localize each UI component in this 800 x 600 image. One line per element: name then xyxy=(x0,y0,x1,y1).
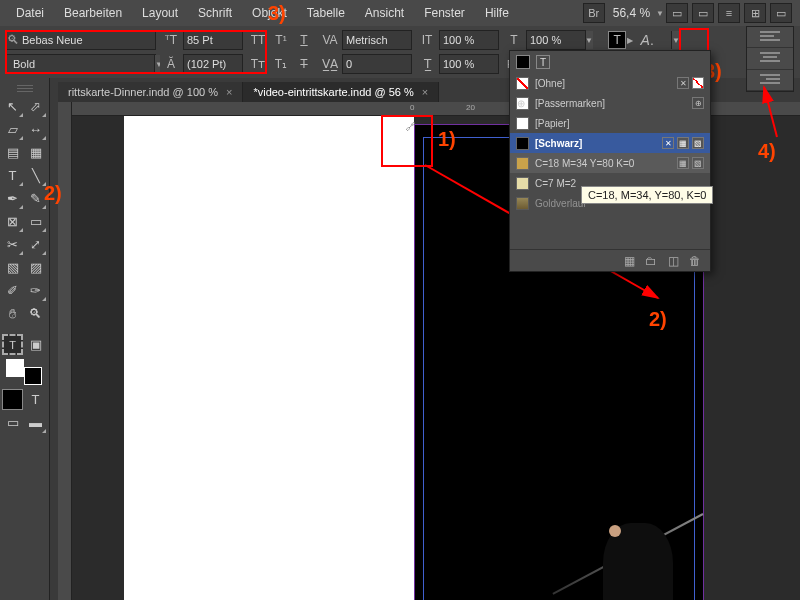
page-tool[interactable]: ▱ xyxy=(2,119,23,140)
new-swatch-icon[interactable]: ▦ xyxy=(622,254,636,268)
swatch-chip xyxy=(516,117,529,130)
registration-icon: ⊕ xyxy=(516,97,529,110)
tooltip: C=18, M=34, Y=80, K=0 xyxy=(581,186,713,204)
rect-frame-tool[interactable]: ⊠ xyxy=(2,211,23,232)
formatting-container-tool[interactable]: ▣ xyxy=(25,334,46,355)
swatch-chip xyxy=(516,157,529,170)
rect-tool[interactable]: ▭ xyxy=(25,211,46,232)
swatch-none[interactable]: [Ohne]✕ xyxy=(510,73,710,93)
char-panel-icon[interactable]: A. xyxy=(634,30,660,50)
strike-icon[interactable]: T xyxy=(293,54,315,74)
menu-datei[interactable]: Datei xyxy=(6,1,54,25)
swatches-panel: T [Ohne]✕ ⊕[Passermarken]⊕ [Papier] [Sch… xyxy=(509,50,711,272)
menu-bearbeiten[interactable]: Bearbeiten xyxy=(54,1,132,25)
underline-icon[interactable]: T xyxy=(293,30,315,50)
close-icon[interactable]: × xyxy=(226,86,232,98)
swatch-black[interactable]: [Schwarz]✕▦▧ xyxy=(510,133,710,153)
placed-image xyxy=(533,483,683,600)
baseline-icon: T xyxy=(503,30,525,50)
text-fill-icon[interactable]: T xyxy=(608,31,626,49)
formatting-text-tool[interactable]: T xyxy=(2,334,23,355)
apply-text-icon[interactable]: T xyxy=(25,389,46,410)
swatch-chip xyxy=(516,197,529,210)
view-mode-icon-2[interactable]: ▭ xyxy=(692,3,714,23)
gradient-feather-tool[interactable]: ▨ xyxy=(25,257,46,278)
font-family-input[interactable] xyxy=(19,34,163,46)
menu-schrift[interactable]: Schrift xyxy=(188,1,242,25)
panel-grip[interactable] xyxy=(2,82,47,94)
free-transform-tool[interactable]: ⤢ xyxy=(25,234,46,255)
fill-proxy-icon[interactable] xyxy=(516,55,530,69)
menu-tabelle[interactable]: Tabelle xyxy=(297,1,355,25)
zoom-display[interactable]: 56,4 % xyxy=(613,6,650,20)
gradient-swatch-tool[interactable]: ▧ xyxy=(2,257,23,278)
hand-tool[interactable]: ✋︎ xyxy=(2,303,23,324)
pen-tool[interactable]: ✒ xyxy=(2,188,23,209)
fill-stroke-proxy[interactable] xyxy=(2,357,46,387)
swatches-footer: ▦ 🗀 ◫ 🗑︎ xyxy=(510,249,710,271)
font-size-icon: ᵀT xyxy=(160,30,182,50)
bridge-button[interactable]: Br xyxy=(583,3,605,23)
type-tool[interactable]: T xyxy=(2,165,23,186)
font-style-input[interactable] xyxy=(7,58,154,70)
swatch-chip xyxy=(516,177,529,190)
swatch-chip xyxy=(516,137,529,150)
menu-ansicht[interactable]: Ansicht xyxy=(355,1,414,25)
scissors-tool[interactable]: ✂ xyxy=(2,234,23,255)
superscript-icon[interactable]: T¹ xyxy=(270,30,292,50)
note-tool[interactable]: ✐ xyxy=(2,280,23,301)
menu-hilfe[interactable]: Hilfe xyxy=(475,1,519,25)
new-icon[interactable]: ◫ xyxy=(666,254,680,268)
kerning-icon: VA xyxy=(319,30,341,50)
subscript-icon[interactable]: T₁ xyxy=(270,54,292,74)
view-mode-icon-1[interactable]: ▭ xyxy=(666,3,688,23)
apply-color-icon[interactable] xyxy=(2,389,23,410)
hscale-icon: T̲ xyxy=(416,54,438,74)
tab-doc-2[interactable]: *video-eintrittskarte.indd @ 56 %× xyxy=(243,82,439,102)
view-mode-icon-3[interactable]: ≡ xyxy=(718,3,740,23)
text-proxy-icon[interactable]: T xyxy=(536,55,550,69)
leading-icon: Ă xyxy=(160,54,182,74)
menu-bar: Datei Bearbeiten Layout Schrift Objekt T… xyxy=(0,0,800,26)
paragraph-align-panel xyxy=(746,26,794,92)
eyedropper-tool[interactable]: ✑ xyxy=(25,280,46,301)
zoom-tool[interactable]: 🔍︎ xyxy=(25,303,46,324)
align-right-icon[interactable] xyxy=(747,70,793,91)
folder-icon[interactable]: 🗀 xyxy=(644,254,658,268)
search-icon: 🔍︎ xyxy=(7,33,19,47)
screen-mode-icon[interactable]: ▭ xyxy=(770,3,792,23)
arrange-icon[interactable]: ⊞ xyxy=(744,3,766,23)
menu-layout[interactable]: Layout xyxy=(132,1,188,25)
swatch-paper[interactable]: [Papier] xyxy=(510,113,710,133)
all-caps-icon[interactable]: TT xyxy=(247,30,269,50)
swatch-registration[interactable]: ⊕[Passermarken]⊕ xyxy=(510,93,710,113)
tools-panel: ↖ ⬀ ▱ ↔ ▤ ▦ T ╲ ✒ ✎ ⊠ ▭ ✂ ⤢ ▧ ▨ ✐ ✑ ✋︎ 🔍… xyxy=(0,78,50,600)
view-mode-preview[interactable]: ▬ xyxy=(25,412,46,433)
pencil-tool[interactable]: ✎ xyxy=(25,188,46,209)
trash-icon[interactable]: 🗑︎ xyxy=(688,254,702,268)
content-collector-tool[interactable]: ▤ xyxy=(2,142,23,163)
view-mode-normal[interactable]: ▭ xyxy=(2,412,23,433)
line-tool[interactable]: ╲ xyxy=(25,165,46,186)
tracking-icon: V̲A̲ xyxy=(319,54,341,74)
page-spread-left xyxy=(124,116,414,600)
menu-fenster[interactable]: Fenster xyxy=(414,1,475,25)
font-style-field[interactable]: ▼ xyxy=(6,54,156,74)
font-family-field[interactable]: 🔍︎ ▼ xyxy=(6,30,156,50)
swatch-gold[interactable]: C=18 M=34 Y=80 K=0▦▧ xyxy=(510,153,710,173)
vscale-icon: IT xyxy=(416,30,438,50)
align-left-icon[interactable] xyxy=(747,27,793,48)
align-center-icon[interactable] xyxy=(747,48,793,69)
small-caps-icon[interactable]: Tᴛ xyxy=(247,54,269,74)
menu-objekt[interactable]: Objekt xyxy=(242,1,297,25)
direct-selection-tool[interactable]: ⬀ xyxy=(25,96,46,117)
gap-tool[interactable]: ↔ xyxy=(25,119,46,140)
tab-doc-1[interactable]: rittskarte-Dinner.indd @ 100 %× xyxy=(58,82,243,102)
close-icon[interactable]: × xyxy=(422,86,428,98)
content-placer-tool[interactable]: ▦ xyxy=(25,142,46,163)
none-swatch-icon xyxy=(516,77,529,90)
vertical-ruler[interactable] xyxy=(58,102,72,600)
lock-icon: ✕ xyxy=(662,137,674,149)
lock-icon: ✕ xyxy=(677,77,689,89)
selection-tool[interactable]: ↖ xyxy=(2,96,23,117)
